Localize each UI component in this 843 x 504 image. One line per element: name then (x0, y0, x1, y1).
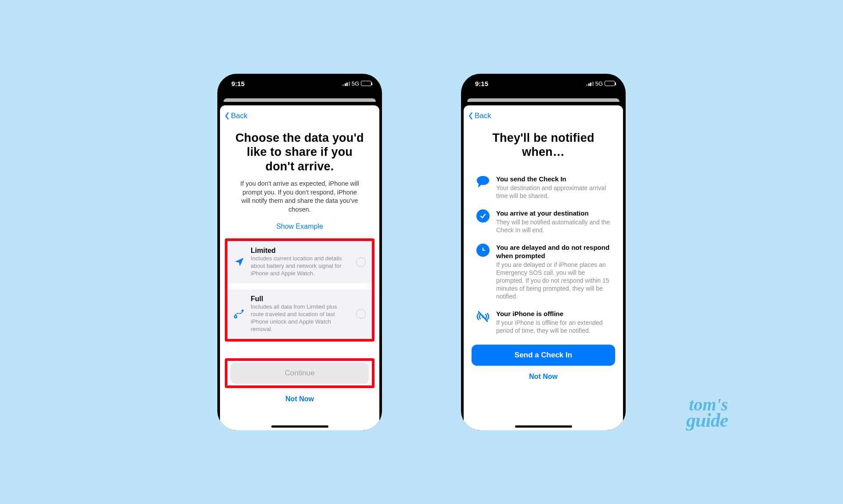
notify-desc: They will be notified automatically and … (496, 218, 611, 234)
svg-point-2 (241, 310, 244, 312)
phone-left: 9:15 5G Back Choose t (217, 74, 382, 430)
back-label: Back (231, 112, 248, 120)
sheet-behind (467, 98, 620, 102)
bubble-icon (476, 175, 490, 188)
continue-button[interactable]: Continue (231, 363, 369, 384)
notify-item: You are delayed and do not respond when … (476, 244, 611, 300)
location-arrow-icon (234, 256, 245, 268)
notify-item: You arrive at your destination They will… (476, 209, 611, 234)
status-bar: 9:15 5G (461, 74, 626, 93)
signal-icon (342, 81, 350, 86)
notify-desc: If your iPhone is offline for an extende… (496, 319, 611, 335)
svg-point-3 (477, 176, 489, 185)
sheet-behind (223, 98, 376, 102)
check-circle-icon (476, 209, 490, 223)
notify-desc: Your destination and approximate arrival… (496, 184, 611, 200)
back-label: Back (475, 112, 491, 120)
show-example-link[interactable]: Show Example (220, 214, 379, 237)
battery-icon (361, 81, 371, 86)
send-checkin-button[interactable]: Send a Check In (472, 345, 615, 366)
not-now-button[interactable]: Not Now (220, 388, 379, 405)
options-highlight: Limited Includes current location and de… (225, 238, 375, 341)
signal-icon (586, 81, 594, 86)
radio-unchecked-icon[interactable] (356, 309, 366, 319)
status-network: 5G (352, 80, 359, 87)
chevron-left-icon (224, 112, 230, 120)
notify-desc: If you are delayed or if iPhone places a… (496, 261, 611, 301)
clock-icon (476, 244, 490, 257)
notify-title: You are delayed and do not respond when … (496, 244, 611, 260)
notify-title: Your iPhone is offline (496, 310, 611, 318)
not-now-button[interactable]: Not Now (464, 366, 623, 382)
watermark-line2: guide (686, 412, 728, 428)
route-icon (233, 308, 245, 320)
option-limited[interactable]: Limited Includes current location and de… (227, 241, 372, 283)
phone-right: 9:15 5G Back They'll (461, 74, 626, 430)
home-indicator[interactable] (271, 425, 328, 428)
option-title: Full (251, 295, 351, 303)
svg-point-1 (235, 316, 236, 317)
notify-item: You send the Check In Your destination a… (476, 175, 611, 200)
chevron-left-icon (468, 112, 473, 120)
radio-unchecked-icon[interactable] (356, 257, 366, 267)
status-network: 5G (595, 80, 603, 87)
status-bar: 9:15 5G (217, 74, 382, 93)
option-desc: Includes current location and details ab… (251, 255, 351, 277)
option-full[interactable]: Full Includes all data from Limited plus… (227, 289, 372, 339)
page-heading: They'll be notified when… (464, 123, 623, 159)
battery-icon (605, 81, 615, 86)
status-time: 9:15 (231, 80, 245, 87)
status-time: 9:15 (475, 80, 488, 87)
watermark: tom's guide (686, 397, 728, 428)
notify-item: Your iPhone is offline If your iPhone is… (476, 310, 611, 335)
continue-highlight: Continue (225, 358, 375, 388)
page-heading: Choose the data you'd like to share if y… (220, 123, 379, 173)
home-indicator[interactable] (515, 425, 572, 428)
page-subheading: If you don't arrive as expected, iPhone … (220, 173, 379, 214)
notify-title: You arrive at your destination (496, 209, 611, 218)
option-desc: Includes all data from Limited plus rout… (251, 303, 351, 333)
notify-title: You send the Check In (496, 175, 611, 184)
back-button[interactable]: Back (468, 112, 618, 120)
option-title: Limited (251, 247, 351, 255)
back-button[interactable]: Back (224, 112, 374, 120)
offline-icon (476, 310, 490, 323)
